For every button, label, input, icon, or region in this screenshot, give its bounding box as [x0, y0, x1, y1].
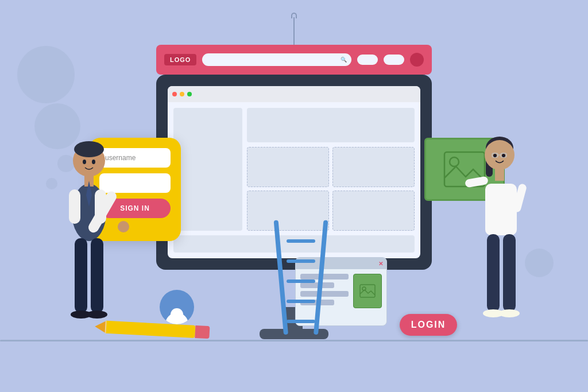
svg-rect-34	[512, 183, 527, 213]
bg-circle-1	[34, 103, 80, 149]
svg-rect-30	[503, 234, 516, 312]
browser-bar	[168, 86, 420, 102]
image-placeholder-icon	[442, 149, 488, 189]
floor-line	[0, 340, 588, 341]
svg-rect-0	[444, 152, 485, 187]
svg-point-1	[450, 157, 459, 166]
username-field[interactable]: username	[99, 148, 171, 168]
ladder-rung-3	[287, 280, 315, 283]
user-icon-body	[165, 313, 188, 324]
svg-point-32	[499, 309, 520, 317]
bg-circle-5	[525, 249, 554, 277]
svg-point-9	[83, 160, 86, 164]
scene: LOGO 🔍	[0, 0, 588, 392]
bg-circle-4	[17, 46, 75, 103]
popup-image-thumbnail	[353, 274, 382, 308]
ladder-rung-4	[287, 259, 315, 263]
nav-logo: LOGO	[164, 54, 196, 65]
ladder-rung-2	[287, 300, 315, 303]
svg-point-16	[87, 311, 107, 319]
svg-point-15	[71, 311, 91, 319]
nav-button-1[interactable]	[357, 55, 378, 65]
svg-rect-29	[487, 234, 500, 312]
bg-circle-3	[46, 178, 57, 189]
password-field[interactable]	[99, 173, 171, 193]
pencil-eraser	[195, 325, 210, 339]
ladder	[284, 220, 318, 335]
user-icon-circle	[160, 290, 194, 324]
screen-grid	[247, 147, 415, 231]
screen-cell-1	[247, 147, 329, 187]
screen-sidebar	[173, 108, 242, 231]
sign-in-button[interactable]: SIGN IN	[99, 199, 171, 218]
image-frame	[424, 138, 505, 201]
svg-point-31	[483, 309, 504, 317]
browser-dot-yellow	[180, 92, 184, 96]
popup-close-icon[interactable]: ✕	[378, 261, 383, 267]
bg-circle-2	[57, 155, 75, 172]
nav-button-2[interactable]	[384, 55, 404, 65]
ladder-rung-5	[287, 239, 315, 243]
nav-search-bar[interactable]: 🔍	[202, 53, 351, 66]
svg-rect-14	[91, 238, 103, 313]
navbar: LOGO 🔍	[156, 45, 432, 75]
search-icon: 🔍	[341, 57, 347, 63]
user-profile-icon	[160, 290, 194, 324]
ladder-rung-1	[287, 320, 315, 323]
screen-cell-2	[332, 147, 415, 187]
username-placeholder: username	[105, 154, 136, 162]
nav-close-button[interactable]	[410, 53, 424, 67]
svg-rect-13	[75, 238, 87, 313]
browser-dot-red	[172, 92, 177, 96]
browser-dot-green	[187, 92, 192, 96]
svg-rect-2	[360, 285, 375, 297]
screen-top-block	[247, 108, 415, 142]
svg-rect-5	[69, 189, 80, 224]
login-card: username SIGN IN	[89, 138, 181, 241]
hanging-wire	[293, 17, 295, 46]
screen-cell-4	[332, 191, 415, 231]
login-bottom-button[interactable]: LOGIN	[400, 314, 457, 336]
